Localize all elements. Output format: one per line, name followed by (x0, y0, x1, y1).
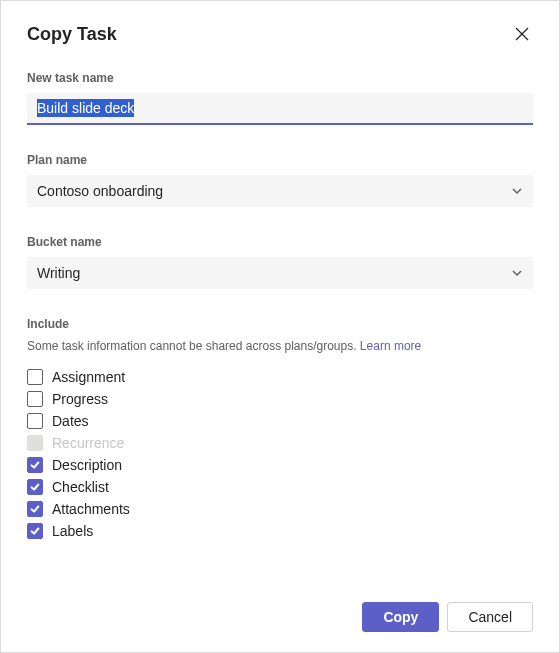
dialog-title: Copy Task (27, 24, 117, 45)
include-checklist: AssignmentProgressDatesRecurrenceDescrip… (27, 369, 533, 539)
include-item: Recurrence (27, 435, 533, 451)
bucket-name-select[interactable]: Writing (27, 257, 533, 289)
checkbox[interactable] (27, 391, 43, 407)
include-item-label: Assignment (52, 369, 125, 385)
checkmark-icon (30, 482, 40, 492)
include-item[interactable]: Labels (27, 523, 533, 539)
checkmark-icon (30, 460, 40, 470)
checkmark-icon (30, 504, 40, 514)
include-item-label: Description (52, 457, 122, 473)
bucket-name-field: Bucket name Writing (27, 235, 533, 289)
bucket-name-value: Writing (37, 265, 80, 281)
dialog-footer: Copy Cancel (362, 602, 533, 632)
include-item-label: Progress (52, 391, 108, 407)
include-item-label: Dates (52, 413, 89, 429)
include-item[interactable]: Attachments (27, 501, 533, 517)
include-item-label: Checklist (52, 479, 109, 495)
include-item[interactable]: Dates (27, 413, 533, 429)
checkbox[interactable] (27, 413, 43, 429)
plan-name-field: Plan name Contoso onboarding (27, 153, 533, 207)
checkbox[interactable] (27, 457, 43, 473)
include-item[interactable]: Assignment (27, 369, 533, 385)
checkbox (27, 435, 43, 451)
checkbox[interactable] (27, 501, 43, 517)
chevron-down-icon (511, 185, 523, 197)
task-name-field: New task name Build slide deck (27, 71, 533, 125)
include-item-label: Labels (52, 523, 93, 539)
include-hint: Some task information cannot be shared a… (27, 339, 533, 353)
include-item-label: Attachments (52, 501, 130, 517)
copy-button[interactable]: Copy (362, 602, 439, 632)
checkmark-icon (30, 526, 40, 536)
dialog-header: Copy Task (27, 23, 533, 45)
plan-name-label: Plan name (27, 153, 533, 167)
include-item-label: Recurrence (52, 435, 124, 451)
include-item[interactable]: Progress (27, 391, 533, 407)
include-item[interactable]: Description (27, 457, 533, 473)
learn-more-link[interactable]: Learn more (360, 339, 421, 353)
checkbox[interactable] (27, 479, 43, 495)
plan-name-select[interactable]: Contoso onboarding (27, 175, 533, 207)
close-button[interactable] (511, 23, 533, 45)
close-icon (515, 27, 529, 41)
copy-task-dialog: Copy Task New task name Build slide deck… (1, 1, 559, 539)
include-label: Include (27, 317, 533, 331)
checkbox[interactable] (27, 523, 43, 539)
plan-name-value: Contoso onboarding (37, 183, 163, 199)
cancel-button[interactable]: Cancel (447, 602, 533, 632)
checkbox[interactable] (27, 369, 43, 385)
task-name-value: Build slide deck (37, 99, 134, 117)
include-item[interactable]: Checklist (27, 479, 533, 495)
chevron-down-icon (511, 267, 523, 279)
include-section: Include Some task information cannot be … (27, 317, 533, 539)
task-name-label: New task name (27, 71, 533, 85)
task-name-input[interactable]: Build slide deck (27, 93, 533, 125)
bucket-name-label: Bucket name (27, 235, 533, 249)
